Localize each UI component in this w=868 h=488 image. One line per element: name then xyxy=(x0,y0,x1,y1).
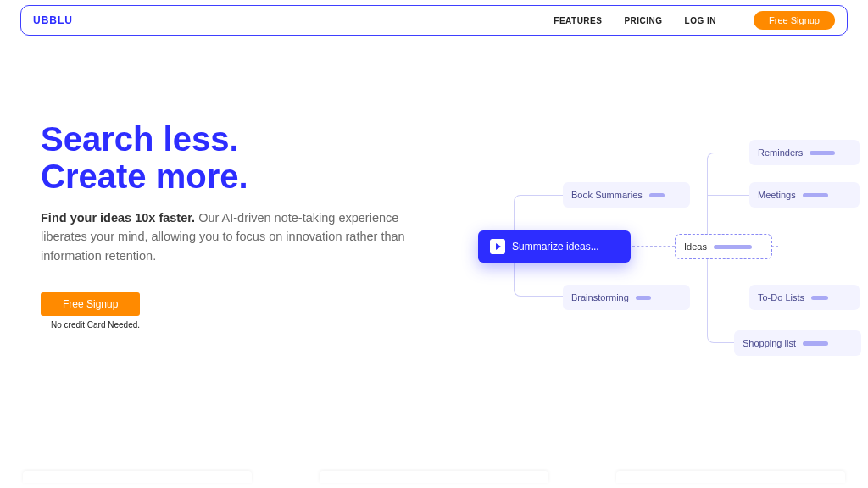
node-ideas: Ideas xyxy=(675,234,772,259)
node-book-summaries-label: Book Summaries xyxy=(571,190,643,200)
nav-pricing[interactable]: PRICING xyxy=(624,16,662,25)
header-signup-button[interactable]: Free Signup xyxy=(754,11,835,30)
nav-links: FEATURES PRICING LOG IN Free Signup xyxy=(554,11,835,30)
node-todo-label: To-Do Lists xyxy=(758,292,804,302)
node-meetings: Meetings xyxy=(749,182,860,208)
bottom-card xyxy=(320,471,548,483)
nav-login[interactable]: LOG IN xyxy=(685,16,716,25)
hero-text: Search less. Create more. Find your idea… xyxy=(41,120,448,330)
hero-title: Search less. Create more. xyxy=(41,120,448,195)
hero-subtitle: Find your ideas 10x faster. Our AI-drive… xyxy=(41,208,448,265)
node-reminders-label: Reminders xyxy=(758,147,803,158)
node-reminders: Reminders xyxy=(749,140,860,165)
hero-cta-note: No credit Card Needed. xyxy=(51,320,448,330)
node-shopping-label: Shopping list xyxy=(743,338,796,348)
node-summarize-ideas-label: Summarize ideas... xyxy=(512,241,599,252)
bottom-cards xyxy=(0,471,868,483)
hero-title-line1: Search less. xyxy=(41,120,239,158)
node-ideas-label: Ideas xyxy=(684,241,707,252)
hero-signup-button[interactable]: Free Signup xyxy=(41,292,140,316)
node-shopping: Shopping list xyxy=(734,330,861,356)
header-bar: UBBLU FEATURES PRICING LOG IN Free Signu… xyxy=(20,5,848,36)
hero-title-line2: Create more. xyxy=(41,158,248,195)
play-icon xyxy=(490,239,505,254)
node-summarize-ideas: Summarize ideas... xyxy=(478,230,631,263)
brand-logo[interactable]: UBBLU xyxy=(33,14,73,26)
bottom-card xyxy=(23,471,252,483)
node-meetings-label: Meetings xyxy=(758,190,796,200)
nav-features[interactable]: FEATURES xyxy=(554,16,602,25)
node-brainstorming-label: Brainstorming xyxy=(571,292,629,302)
node-brainstorming: Brainstorming xyxy=(563,285,690,310)
node-todo: To-Do Lists xyxy=(749,285,860,310)
bottom-card xyxy=(616,471,845,483)
mindmap-illustration: Summarize ideas... Book Summaries Ideas … xyxy=(478,127,868,381)
node-book-summaries: Book Summaries xyxy=(563,182,690,208)
hero-subtitle-strong: Find your ideas 10x faster. xyxy=(41,211,195,225)
